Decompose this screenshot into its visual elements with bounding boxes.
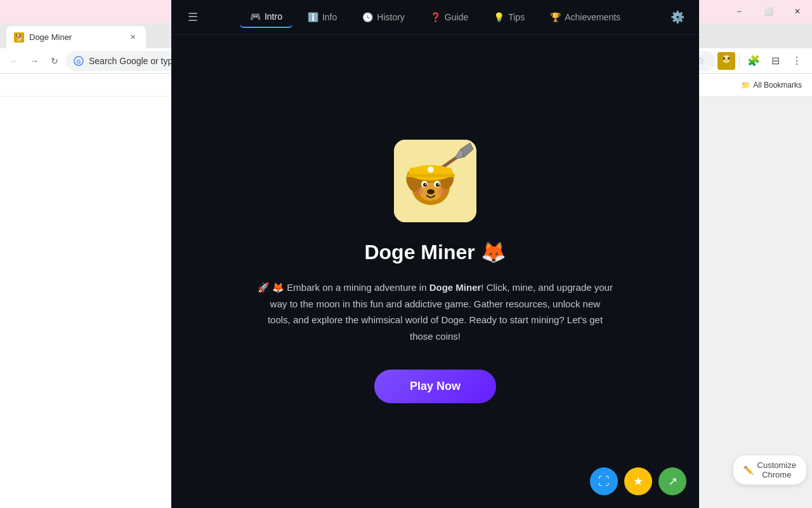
info-label: Info [322, 12, 337, 22]
hamburger-menu-button[interactable]: ☰ [181, 6, 204, 29]
guide-icon: ❓ [430, 12, 441, 22]
minimize-button[interactable]: − [724, 0, 754, 23]
svg-text:G: G [76, 58, 81, 65]
intro-icon: 🎮 [250, 11, 261, 22]
tab-intro[interactable]: 🎮 Intro [240, 6, 292, 28]
toolbar-right: 🧩 ⊟ ⋮ [717, 51, 807, 71]
tab-guide[interactable]: ❓ Guide [420, 7, 478, 27]
game-title: Doge Miner 🦊 [364, 240, 506, 264]
svg-point-23 [427, 189, 435, 194]
game-settings-button[interactable]: ⚙️ [666, 6, 689, 29]
game-content: Doge Miner 🦊 🚀 🦊 Embark on a mining adve… [171, 35, 699, 508]
svg-point-21 [425, 184, 426, 185]
svg-point-20 [436, 183, 440, 187]
toolbar-divider [739, 53, 740, 69]
game-nav: ☰ 🎮 Intro ℹ️ Info 🕓 History ❓ Guide [171, 0, 699, 35]
svg-rect-28 [407, 174, 455, 177]
chrome-menu-button[interactable]: ⋮ [787, 51, 807, 71]
play-now-button[interactable]: Play Now [374, 370, 496, 403]
intro-label: Intro [265, 11, 282, 22]
folder-icon: 📁 [741, 81, 750, 90]
extension-avatar[interactable] [717, 52, 735, 70]
tips-icon: 💡 [494, 12, 504, 22]
reload-button[interactable]: ↻ [46, 52, 63, 70]
svg-point-10 [724, 59, 728, 61]
all-bookmarks-label: All Bookmarks [753, 81, 802, 90]
svg-point-22 [438, 184, 439, 185]
svg-point-19 [423, 183, 427, 187]
tab-achievements[interactable]: 🏆 Achievements [540, 7, 631, 27]
history-label: History [377, 12, 405, 22]
share-icon: ↗ [668, 474, 678, 488]
achievements-icon: 🏆 [550, 12, 561, 22]
svg-point-25 [438, 188, 446, 196]
back-button[interactable]: ← [5, 52, 23, 70]
customize-chrome-label: Customize Chrome [757, 460, 796, 479]
tab-favicon: 🐕 [14, 32, 24, 43]
svg-point-9 [728, 58, 729, 59]
game-description: 🚀 🦊 Embark on a mining adventure in Doge… [258, 279, 613, 344]
favorite-button[interactable]: ★ [624, 467, 652, 495]
tab-tips[interactable]: 💡 Tips [483, 7, 535, 27]
cast-button[interactable]: ⊟ [765, 51, 785, 71]
info-icon: ℹ️ [308, 12, 318, 22]
active-tab[interactable]: 🐕 Doge Miner ✕ [6, 26, 146, 48]
tips-label: Tips [508, 12, 525, 22]
extensions-button[interactable]: 🧩 [743, 51, 764, 71]
close-button[interactable]: ✕ [783, 0, 812, 23]
svg-point-24 [416, 188, 423, 196]
share-button[interactable]: ↗ [658, 467, 686, 495]
tab-close-button[interactable]: ✕ [127, 32, 138, 43]
svg-text:🐕: 🐕 [15, 34, 23, 42]
left-area [0, 97, 171, 508]
achievements-label: Achievements [565, 12, 620, 22]
google-logo: G [74, 56, 84, 66]
guide-label: Guide [445, 12, 468, 22]
game-panel: ☰ 🎮 Intro ℹ️ Info 🕓 History ❓ Guide [171, 0, 699, 508]
maximize-button[interactable]: ⬜ [754, 0, 783, 23]
expand-button[interactable]: ⛶ [590, 467, 618, 495]
tab-title: Doge Miner [29, 32, 122, 42]
history-icon: 🕓 [362, 12, 373, 22]
game-logo [394, 140, 476, 222]
svg-point-29 [428, 166, 434, 173]
content-area: ☰ 🎮 Intro ℹ️ Info 🕓 History ❓ Guide [0, 97, 812, 508]
forward-button[interactable]: → [25, 52, 43, 70]
titlebar-buttons: − ⬜ ✕ [724, 0, 812, 23]
svg-point-8 [724, 58, 725, 59]
star-icon: ★ [633, 474, 643, 488]
pencil-icon: ✏️ [743, 465, 754, 475]
customize-chrome-button[interactable]: ✏️ Customize Chrome [733, 455, 807, 485]
tab-history[interactable]: 🕓 History [352, 7, 415, 27]
tab-info[interactable]: ℹ️ Info [298, 7, 347, 27]
game-nav-tabs: 🎮 Intro ℹ️ Info 🕓 History ❓ Guide 💡 [207, 6, 664, 28]
all-bookmarks-item[interactable]: 📁 All Bookmarks [736, 78, 807, 92]
expand-icon: ⛶ [598, 475, 610, 488]
fab-group: ⛶ ★ ↗ [590, 467, 686, 495]
settings-icon: ⚙️ [671, 10, 684, 24]
